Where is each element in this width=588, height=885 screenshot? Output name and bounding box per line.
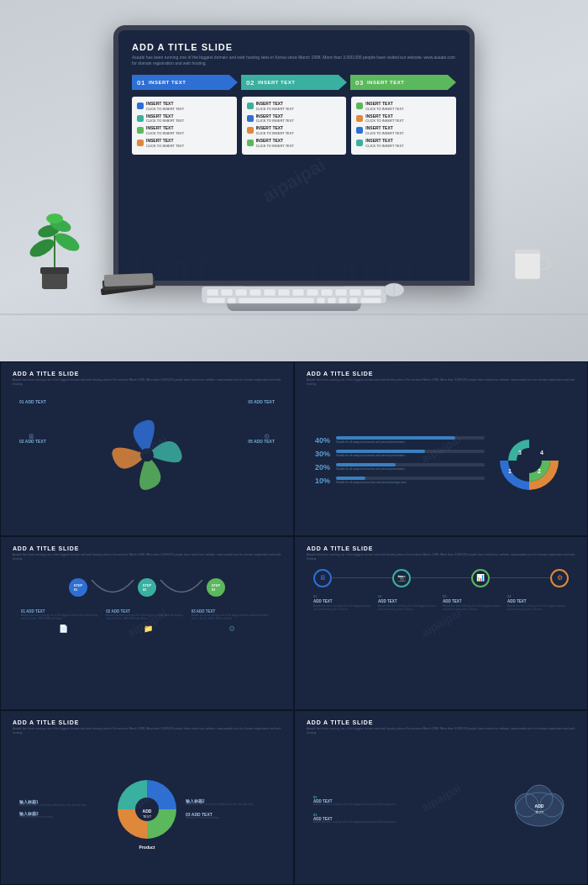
keyboard	[202, 283, 386, 307]
svg-text:TEXT: TEXT	[143, 814, 152, 819]
slide-a: ADD A TITLE SLIDE Asaabi has been runnin…	[0, 361, 294, 536]
svg-rect-16	[228, 252, 243, 281]
svg-rect-55	[515, 250, 540, 279]
slide-f: ADD A TITLE SLIDE Asaabi has been runnin…	[294, 710, 588, 885]
step-circle-2: STEP02	[138, 578, 156, 597]
info-box-1: INSERT TEXTCLICK TO INSERT TEXT INSERT T…	[132, 97, 237, 155]
banner-label-3: INSERT TEXT	[367, 80, 405, 85]
f-item-2: 03 ADD TEXT Asaabi has been running one …	[313, 813, 505, 824]
svg-rect-30	[438, 262, 444, 281]
svg-rect-20	[302, 250, 310, 281]
svg-text:TEXT: TEXT	[535, 810, 544, 814]
svg-text:ADD: ADD	[535, 803, 544, 809]
banner-row: 01 INSERT TEXT 02 INSERT TEXT 03 INSERT …	[132, 75, 456, 90]
top-section: ADD A TITLE SLIDE Asaabi has been runnin…	[0, 0, 588, 361]
svg-rect-21	[313, 261, 323, 281]
desk-surface	[0, 313, 588, 315]
gear2-icon: ⚙	[228, 624, 235, 633]
icon-item-d1: 🖥	[313, 569, 332, 587]
svg-rect-28	[409, 259, 419, 281]
svg-rect-15	[216, 266, 223, 281]
svg-rect-36	[249, 289, 261, 296]
svg-rect-29	[423, 252, 434, 281]
svg-point-7	[46, 213, 63, 224]
slide-e-body: 输入标题1 Welcome to the rice hub shop Welco…	[1, 741, 293, 884]
mug	[508, 240, 554, 286]
monitor-slide-title: ADD A TITLE SLIDE	[132, 42, 456, 52]
svg-text:1: 1	[508, 468, 512, 474]
svg-point-3	[27, 235, 57, 261]
product-label: Product	[139, 845, 155, 850]
slide-c-subtitle: Asaabi has been running one of the bigge…	[1, 553, 293, 566]
e-label-2: 输入标题2 Welcome to the rice hub shop Welco…	[186, 799, 275, 807]
svg-rect-47	[239, 298, 314, 303]
svg-rect-34	[221, 289, 233, 296]
slide-e-subtitle: Asaabi has been running one of the bigge…	[1, 727, 293, 740]
step-col-3: 03 ADD TEXT Asaabi has been running one …	[192, 609, 273, 621]
svg-rect-56	[515, 250, 540, 254]
slide-b: ADD A TITLE SLIDE Asaabi has been runnin…	[294, 361, 588, 536]
e-left-labels: 输入标题1 Welcome to the rice hub shop Welco…	[19, 800, 108, 819]
step-icons: 📄 📁 ⚙	[21, 624, 273, 633]
step-col-1-text: Asaabi has been running one of the bigge…	[21, 614, 102, 621]
svg-rect-33	[207, 289, 218, 296]
svg-text:4: 4	[540, 450, 543, 456]
monitor-screen: ADD A TITLE SLIDE Asaabi has been runnin…	[118, 30, 470, 281]
d-title-3: ADD TEXT	[443, 599, 504, 603]
svg-rect-18	[260, 264, 266, 281]
step-3: STEP03	[207, 578, 225, 597]
step-1: STEP01	[69, 578, 87, 597]
step-circle-3: STEP03	[207, 578, 225, 597]
skyline-decoration	[118, 247, 470, 281]
f-item-1: 01 ADD TEXT Asaabi has been running one …	[313, 795, 505, 807]
monitor-outer: ADD A TITLE SLIDE Asaabi has been runnin…	[113, 25, 475, 286]
svg-rect-50	[339, 298, 347, 303]
d-text-2: Asaabi has been running one of the bigge…	[378, 605, 439, 612]
svg-text:2: 2	[538, 468, 541, 474]
banner-02: 02 INSERT TEXT	[241, 75, 347, 90]
bar-legend: 40% Suitable for all categories business…	[315, 436, 485, 485]
svg-rect-1	[40, 267, 69, 274]
banner-num-3: 03	[355, 79, 364, 87]
d-text-4: Asaabi has been running one of the bigge…	[507, 605, 569, 612]
step-col-2-num: 02 ADD TEXT	[106, 609, 187, 614]
doc-icon: 📄	[59, 624, 68, 633]
banner-num-2: 02	[246, 79, 255, 87]
e-right-labels: 输入标题2 Welcome to the rice hub shop Welco…	[186, 799, 275, 819]
d-num-4: 04	[507, 594, 569, 598]
icon-bubble-d3: 📊	[471, 569, 490, 587]
step-2: STEP02	[138, 578, 156, 597]
step-curve-2	[156, 571, 207, 604]
plant-decoration	[25, 210, 84, 294]
legend-text-1: Suitable for all categories business and…	[336, 441, 485, 445]
svg-rect-44	[364, 289, 381, 296]
legend-text-2: Suitable for all categories business and…	[336, 455, 485, 458]
monitor-slide-subtitle: Asaabi has been running one of the bigge…	[132, 55, 456, 66]
svg-point-60	[140, 448, 154, 461]
d-col-4: 04 ADD TEXT Asaabi has been running one …	[507, 594, 569, 612]
svg-rect-17	[246, 259, 256, 281]
slide-c-title: ADD A TITLE SLIDE	[1, 537, 293, 553]
slide-a-body: 01 ADD TEXT 02 ADD TEXT 03 ADD TEXT 05 A…	[1, 392, 293, 535]
notebook	[101, 270, 160, 298]
svg-rect-59	[104, 273, 153, 287]
slides-grid: ADD A TITLE SLIDE Asaabi has been runnin…	[0, 361, 588, 885]
svg-rect-49	[328, 298, 336, 303]
slide-e-addtext-sub: Welcome to the rice hub shop	[186, 817, 275, 820]
step-circle-1: STEP01	[69, 578, 87, 597]
svg-rect-51	[349, 298, 358, 303]
slide-b-title: ADD A TITLE SLIDE	[295, 362, 587, 378]
svg-rect-52	[360, 298, 381, 303]
arc-chart: 1 2 3 4	[491, 423, 567, 498]
banner-01: 01 INSERT TEXT	[132, 75, 238, 90]
monitor-assembly: ADD A TITLE SLIDE Asaabi has been runnin…	[113, 25, 475, 311]
slide-a-label-4: 05 ADD TEXT	[248, 439, 275, 444]
info-box-3: INSERT TEXTCLICK TO INSERT TEXT INSERT T…	[351, 97, 456, 155]
svg-text:3: 3	[518, 450, 522, 456]
d-title-4: ADD TEXT	[507, 599, 569, 603]
slide-e: ADD A TITLE SLIDE Asaabi has been runnin…	[0, 710, 294, 885]
step-col-3-num: 03 ADD TEXT	[192, 609, 273, 614]
svg-rect-11	[162, 251, 174, 281]
conn-d1	[332, 577, 392, 578]
svg-rect-12	[177, 262, 184, 281]
